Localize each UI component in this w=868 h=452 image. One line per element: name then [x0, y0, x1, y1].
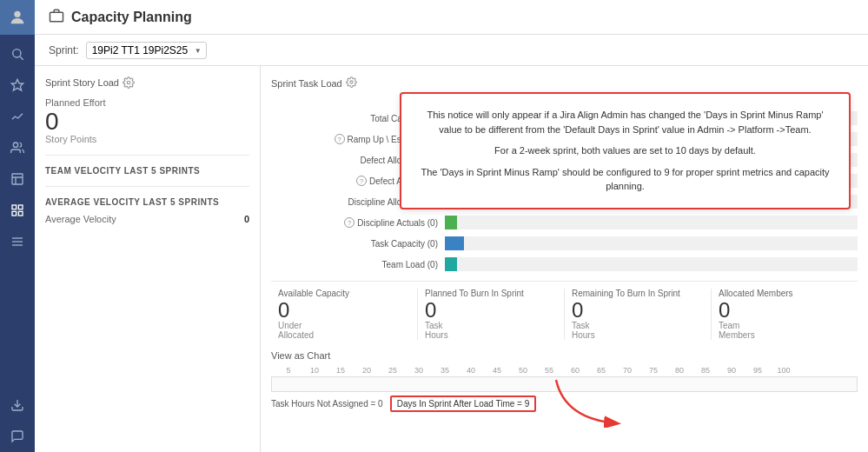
toolbar: Sprint: 19Pi2 TT1 19Pi2S25 [35, 35, 868, 66]
notice-line2: For a 2-week sprint, both values are set… [415, 143, 835, 158]
stat-block: Available Capacity0UnderAllocated [271, 289, 418, 340]
notice-overlay: This notice will only appear if a Jira A… [400, 92, 851, 209]
left-panel: Sprint Story Load Planned Effort 0 Story… [35, 66, 261, 452]
axis-number: 70 [614, 366, 640, 375]
stat-block: Planned To Burn In Sprint0TaskHours [418, 289, 565, 340]
axis-number: 15 [328, 366, 354, 375]
download-nav-icon[interactable] [0, 389, 35, 421]
axis-number: 85 [692, 366, 719, 375]
axis-number: 50 [510, 366, 536, 375]
axis-number: 75 [640, 366, 666, 375]
axis-number: 45 [484, 366, 510, 375]
chart-view-title: View as Chart [271, 350, 858, 361]
people-nav-icon[interactable] [0, 132, 35, 163]
story-load-settings-icon[interactable] [123, 76, 135, 89]
stat-value: 0 [719, 300, 851, 321]
building-nav-icon[interactable] [0, 163, 35, 195]
axis-number: 5 [275, 366, 301, 375]
stat-sub1: Under [278, 321, 410, 330]
help-icon[interactable]: ? [335, 134, 345, 144]
stat-block: Remaining To Burn In Sprint0TaskHours [565, 289, 712, 340]
days-label: Days In Sprint After Load Time = 9 [390, 396, 537, 412]
axis-number: 60 [562, 366, 588, 375]
planned-effort-label: Planned Effort [45, 97, 249, 108]
help-icon[interactable]: ? [344, 217, 354, 228]
avatar[interactable] [0, 0, 35, 35]
list-nav-icon[interactable] [0, 226, 35, 257]
planned-effort-value: 0 [45, 110, 249, 134]
stat-value: 0 [278, 300, 410, 321]
svg-line-2 [20, 56, 23, 60]
axis-number: 90 [719, 366, 745, 375]
svg-rect-5 [12, 174, 23, 184]
stat-sub1: Task [572, 321, 704, 330]
red-arrow-annotation [547, 376, 652, 428]
svg-rect-9 [18, 211, 23, 216]
story-points-label: Story Points [45, 134, 249, 144]
task-hours-label: Task Hours Not Assigned = 0 [271, 399, 383, 409]
sprint-story-load-title: Sprint Story Load [45, 76, 249, 89]
page-title: Capacity Planning [71, 10, 192, 25]
svg-rect-7 [18, 205, 23, 209]
chart-nav-icon[interactable] [0, 101, 35, 132]
left-navigation [0, 0, 35, 452]
stat-label: Remaining To Burn In Sprint [572, 289, 704, 298]
right-panel: Sprint Task Load 00000000000000000000 To… [261, 66, 868, 452]
chart-row: Team Load (0) [271, 255, 858, 274]
stat-value: 0 [425, 300, 557, 321]
grid-nav-icon[interactable] [0, 195, 35, 226]
axis-number: 95 [745, 366, 771, 375]
chart-axis-row: 5101520253035404550556065707580859095100 [275, 366, 858, 375]
planned-effort-block: Planned Effort 0 Story Points [45, 97, 249, 144]
stat-label: Planned To Burn In Sprint [425, 289, 557, 298]
chart-row-label-text: Task Capacity (0) [371, 239, 438, 249]
axis-number: 100 [771, 366, 797, 375]
axis-number: 30 [406, 366, 432, 375]
stat-label: Allocated Members [719, 289, 851, 298]
chart-number: 0 [860, 96, 868, 105]
page-header: Capacity Planning [35, 0, 868, 35]
sprint-task-load-title: Sprint Task Load [271, 76, 858, 90]
search-nav-icon[interactable] [0, 38, 35, 70]
avg-velocity-label: Average Velocity [45, 214, 116, 224]
star-nav-icon[interactable] [0, 70, 35, 101]
stat-block: Allocated Members0TeamMembers [712, 289, 858, 340]
help-icon[interactable]: ? [356, 176, 367, 186]
svg-rect-6 [12, 205, 17, 209]
sprint-label: Sprint: [49, 44, 79, 56]
avg-velocity-row: Average Velocity 0 [45, 214, 249, 224]
chart-row-label-text: Discipline Actuals (0) [357, 218, 438, 228]
stats-row: Available Capacity0UnderAllocatedPlanned… [271, 281, 858, 340]
capacity-header-icon [49, 8, 64, 26]
stat-sub1: Team [719, 321, 851, 330]
stat-sub1: Task [425, 321, 557, 330]
axis-number: 35 [432, 366, 458, 375]
avg-velocity-title: AVERAGE VELOCITY LAST 5 SPRINTS [45, 197, 249, 207]
svg-point-16 [350, 81, 353, 83]
stat-label: Available Capacity [278, 289, 410, 298]
sprint-select-wrapper[interactable]: 19Pi2 TT1 19Pi2S25 [86, 42, 207, 59]
stat-sub2: Members [719, 330, 851, 340]
stat-sub2: Hours [425, 330, 557, 340]
svg-point-1 [13, 50, 21, 57]
task-load-settings-icon[interactable] [346, 76, 357, 90]
stat-sub2: Allocated [278, 330, 410, 340]
notice-line3: The 'Days in Sprint Minus Ramp' should b… [415, 165, 835, 194]
svg-point-4 [13, 143, 17, 147]
sprint-select[interactable]: 19Pi2 TT1 19Pi2S25 [86, 42, 207, 59]
avg-velocity-value: 0 [244, 214, 249, 224]
chart-row-label-text: Team Load (0) [382, 260, 438, 269]
chart-row: ?Discipline Actuals (0) [271, 213, 858, 232]
axis-number: 10 [301, 366, 328, 375]
chat-nav-icon[interactable] [0, 421, 35, 452]
axis-number: 20 [354, 366, 380, 375]
stat-sub2: Hours [572, 330, 704, 340]
axis-number: 55 [536, 366, 562, 375]
axis-number: 80 [666, 366, 692, 375]
svg-point-0 [14, 11, 20, 17]
chart-row: Task Capacity (0) [271, 234, 858, 253]
axis-number: 25 [380, 366, 406, 375]
svg-marker-3 [11, 79, 23, 90]
chart-bar [445, 257, 457, 271]
chart-bar [445, 216, 457, 229]
